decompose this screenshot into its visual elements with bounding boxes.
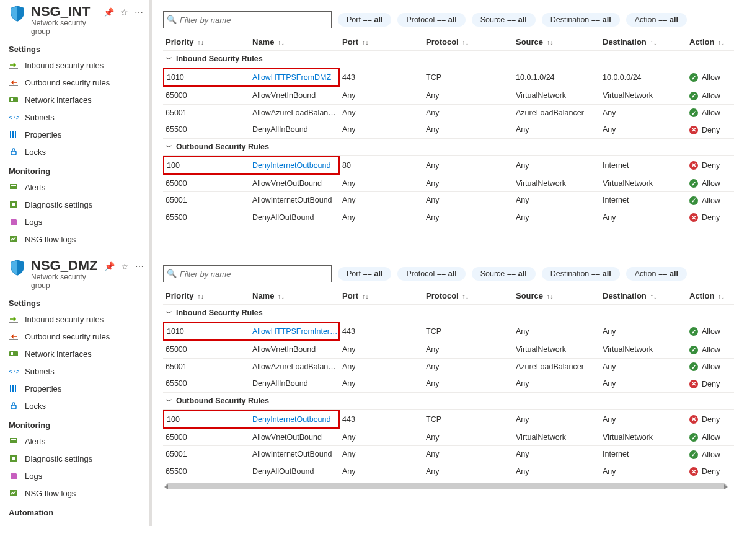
cell-priority: 65500: [163, 209, 250, 225]
sidebar: NSG_INT Network security group 📌 ☆ ⋯ Set…: [0, 0, 152, 254]
cell-port: 443: [340, 322, 423, 341]
rule-row[interactable]: 65001AllowInternetOutBoundAny Any Any In…: [163, 192, 734, 209]
nav-outbound[interactable]: Outbound security rules: [0, 328, 149, 345]
col-port[interactable]: Port ↑↓: [340, 287, 423, 305]
group-header[interactable]: ﹀Inbound Security Rules: [163, 305, 734, 322]
nav-outbound[interactable]: Outbound security rules: [0, 74, 149, 91]
nav-lock[interactable]: Locks: [0, 397, 149, 414]
group-header[interactable]: ﹀Outbound Security Rules: [163, 138, 734, 155]
cell-source: VirtualNetwork: [513, 341, 600, 359]
cell-action: ✓Allow: [687, 446, 734, 463]
nav-nic[interactable]: Network interfaces: [0, 345, 149, 362]
group-header[interactable]: ﹀Inbound Security Rules: [163, 51, 734, 68]
cell-action: ✕Deny: [687, 409, 734, 429]
col-port[interactable]: Port ↑↓: [340, 33, 423, 51]
horizontal-scrollbar[interactable]: [166, 483, 727, 489]
allow-icon: ✓: [689, 327, 698, 336]
more-icon[interactable]: ⋯: [135, 7, 143, 17]
filter-pill-port[interactable]: Port == all: [338, 267, 391, 281]
rule-row[interactable]: 65000AllowVnetInBoundAny Any VirtualNetw…: [163, 87, 734, 105]
rule-name-link[interactable]: AllowHTTPSFromDMZ: [252, 73, 331, 82]
cell-port: Any: [340, 87, 423, 105]
star-icon[interactable]: ☆: [120, 7, 128, 17]
filter-pill-protocol[interactable]: Protocol == all: [397, 13, 465, 27]
nav-alerts[interactable]: Alerts: [0, 432, 149, 450]
rule-row[interactable]: 1010AllowHTTPSFromDMZ443 TCP 10.0.1.0/24…: [163, 68, 734, 87]
rule-row[interactable]: 65500DenyAllOutBoundAny Any Any Any ✕Den…: [163, 463, 734, 479]
rule-row[interactable]: 65000AllowVnetInBoundAny Any VirtualNetw…: [163, 341, 734, 359]
nav-diag[interactable]: Diagnostic settings: [0, 450, 149, 467]
group-header[interactable]: ﹀Outbound Security Rules: [163, 392, 734, 409]
nav-diag[interactable]: Diagnostic settings: [0, 196, 149, 213]
nav-inbound[interactable]: Inbound security rules: [0, 56, 149, 74]
rule-row[interactable]: 65000AllowVnetOutBoundAny Any VirtualNet…: [163, 429, 734, 446]
cell-name: DenyAllOutBound: [250, 463, 340, 479]
filter-input[interactable]: [163, 11, 332, 28]
rule-row[interactable]: 100DenyInternetOutbound80 Any Any Intern…: [163, 155, 734, 175]
nav-alerts[interactable]: Alerts: [0, 178, 149, 196]
nav-label: Properties: [25, 130, 61, 139]
main-content: 🔍 Port == allProtocol == allSource == al…: [152, 254, 734, 526]
rule-name-link[interactable]: DenyInternetOutbound: [252, 415, 330, 424]
rule-name-link[interactable]: DenyInternetOutbound: [252, 161, 330, 170]
cell-priority: 65000: [163, 175, 250, 192]
filter-pill-action[interactable]: Action == all: [626, 13, 687, 27]
filter-pill-destination[interactable]: Destination == all: [542, 267, 620, 281]
cell-source: VirtualNetwork: [513, 175, 600, 192]
filter-pill-source[interactable]: Source == all: [472, 267, 536, 281]
rule-row[interactable]: 65500DenyAllInBoundAny Any Any Any ✕Deny: [163, 121, 734, 139]
nav-logs[interactable]: Logs: [0, 213, 149, 230]
cell-port: 443: [340, 68, 423, 87]
rule-row[interactable]: 1010AllowHTTPSFromInter…443 TCP Any Any …: [163, 322, 734, 341]
more-icon[interactable]: ⋯: [135, 261, 144, 271]
filter-pill-action[interactable]: Action == all: [626, 267, 687, 281]
filter-pill-destination[interactable]: Destination == all: [542, 13, 620, 27]
nav-properties[interactable]: Properties: [0, 380, 149, 397]
pin-icon[interactable]: 📌: [104, 261, 115, 271]
col-destination[interactable]: Destination ↑↓: [600, 287, 687, 305]
col-priority[interactable]: Priority ↑↓: [163, 33, 250, 51]
filter-pill-source[interactable]: Source == all: [472, 13, 536, 27]
properties-icon: [9, 383, 19, 393]
nav-inbound[interactable]: Inbound security rules: [0, 310, 149, 328]
col-destination[interactable]: Destination ↑↓: [600, 33, 687, 51]
svg-rect-21: [10, 385, 11, 392]
nav-flow[interactable]: NSG flow logs: [0, 230, 149, 248]
nav-logs[interactable]: Logs: [0, 467, 149, 484]
nav-properties[interactable]: Properties: [0, 126, 149, 143]
cell-name: AllowInternetOutBound: [250, 446, 340, 463]
cell-destination: 10.0.0.0/24: [600, 68, 687, 87]
nav-subnets[interactable]: <·>Subnets: [0, 108, 149, 126]
svg-rect-8: [11, 151, 16, 155]
col-priority[interactable]: Priority ↑↓: [163, 287, 250, 305]
nav-subnets[interactable]: <·>Subnets: [0, 362, 149, 380]
col-source[interactable]: Source ↑↓: [513, 287, 600, 305]
lock-icon: [9, 401, 19, 411]
col-name[interactable]: Name ↑↓: [250, 287, 340, 305]
col-protocol[interactable]: Protocol ↑↓: [423, 33, 513, 51]
col-action[interactable]: Action ↑↓: [687, 33, 734, 51]
filter-pill-port[interactable]: Port == all: [338, 13, 391, 27]
filter-pill-protocol[interactable]: Protocol == all: [397, 267, 465, 281]
rule-row[interactable]: 65001AllowInternetOutBoundAny Any Any In…: [163, 446, 734, 463]
rule-row[interactable]: 65000AllowVnetOutBoundAny Any VirtualNet…: [163, 175, 734, 192]
deny-icon: ✕: [689, 467, 698, 476]
rule-row[interactable]: 100DenyInternetOutbound443 TCP Any Any ✕…: [163, 409, 734, 429]
filter-input-wrap: 🔍: [163, 265, 332, 282]
rule-row[interactable]: 65001AllowAzureLoadBalance…Any Any Azure…: [163, 104, 734, 121]
col-source[interactable]: Source ↑↓: [513, 33, 600, 51]
filter-input[interactable]: [163, 265, 332, 282]
rule-row[interactable]: 65500DenyAllInBoundAny Any Any Any ✕Deny: [163, 375, 734, 393]
rule-row[interactable]: 65500DenyAllOutBoundAny Any Any Any ✕Den…: [163, 209, 734, 225]
col-name[interactable]: Name ↑↓: [250, 33, 340, 51]
pin-icon[interactable]: 📌: [104, 7, 114, 17]
star-icon[interactable]: ☆: [121, 261, 129, 271]
rule-name-link[interactable]: AllowHTTPSFromInter…: [252, 327, 338, 336]
col-protocol[interactable]: Protocol ↑↓: [423, 287, 513, 305]
nav-nic[interactable]: Network interfaces: [0, 91, 149, 108]
nav-lock[interactable]: Locks: [0, 143, 149, 160]
rule-row[interactable]: 65001AllowAzureLoadBalan…Any Any AzureLo…: [163, 358, 734, 375]
nav-flow[interactable]: NSG flow logs: [0, 484, 149, 502]
rule-name: DenyAllOutBound: [252, 213, 314, 222]
col-action[interactable]: Action ↑↓: [687, 287, 734, 305]
